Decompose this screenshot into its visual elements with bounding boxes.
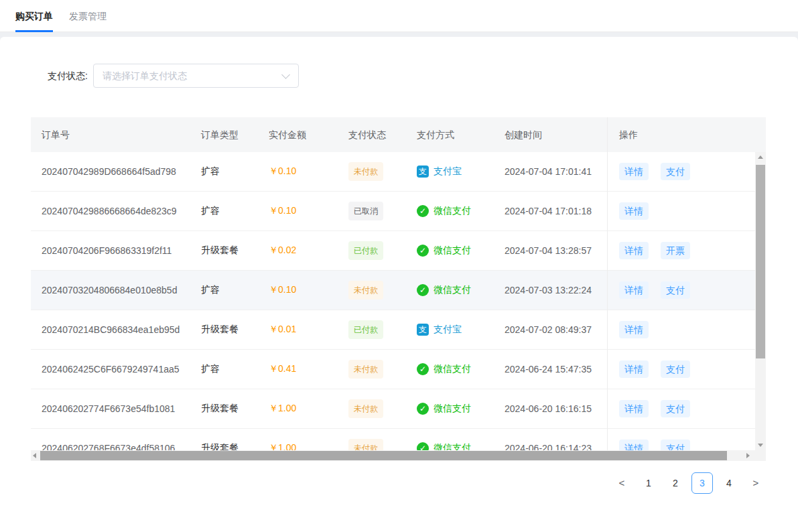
pagination-page-1[interactable]: 1 <box>638 472 659 494</box>
details-button[interactable]: 详情 <box>619 163 649 180</box>
pagination-next-icon[interactable]: > <box>745 472 767 494</box>
payment-method-cell: ✓微信支付 <box>406 442 494 450</box>
status-badge: 已付款 <box>348 241 383 260</box>
invoice-button[interactable]: 开票 <box>661 242 690 259</box>
pay-button[interactable]: 支付 <box>661 281 690 299</box>
payment-method: ✓微信支付 <box>417 442 494 450</box>
table-body: 202407042989D668664f5ad798扩容￥0.10未付款支支付宝… <box>31 152 755 450</box>
table-row: 20240703204806684e010e8b5d扩容￥0.10未付款✓微信支… <box>31 271 755 310</box>
vertical-scrollbar[interactable] <box>755 152 766 461</box>
tab-invoice-management[interactable]: 发票管理 <box>69 0 107 32</box>
pay-button[interactable]: 支付 <box>661 400 690 417</box>
table-row: 2024070429886668664de823c9扩容￥0.10已取消✓微信支… <box>31 192 755 231</box>
payment-method-cell: ✓微信支付 <box>406 403 494 415</box>
scroll-left-arrow-icon[interactable] <box>33 453 36 458</box>
amount-cell: ￥0.10 <box>258 284 338 296</box>
amount-cell: ￥0.10 <box>258 205 338 217</box>
amount-cell: ￥0.01 <box>258 324 338 336</box>
payment-method: ✓微信支付 <box>417 403 494 415</box>
status-cell: 未付款 <box>338 439 406 450</box>
order-type-cell: 扩容 <box>190 284 258 296</box>
created-time-cell: 2024-07-03 13:22:24 <box>494 285 607 295</box>
table-row: 202406202774F6673e54fb1081升级套餐￥1.00未付款✓微… <box>31 389 755 429</box>
status-badge: 已取消 <box>348 202 383 220</box>
details-button[interactable]: 详情 <box>619 440 649 450</box>
actions-cell: 详情开票 <box>607 242 755 259</box>
alipay-icon: 支 <box>417 165 429 178</box>
order-type-cell: 扩容 <box>190 165 258 178</box>
table-header: 订单号订单类型实付金额支付状态支付方式创建时间操作 <box>31 117 766 152</box>
payment-method-label: 微信支付 <box>434 205 471 217</box>
actions-cell: 详情支付 <box>607 281 755 299</box>
status-badge: 未付款 <box>348 439 383 450</box>
scroll-up-arrow-icon[interactable] <box>758 155 763 159</box>
created-time-cell: 2024-06-20 16:16:15 <box>494 403 607 414</box>
alipay-icon: 支 <box>417 324 429 336</box>
pay-button[interactable]: 支付 <box>661 440 690 450</box>
details-button[interactable]: 详情 <box>619 360 649 378</box>
pay-button[interactable]: 支付 <box>661 360 690 378</box>
pagination-prev-icon[interactable]: < <box>611 472 633 494</box>
wechat-icon: ✓ <box>417 284 429 296</box>
actions-cell: 详情支付 <box>607 360 755 378</box>
payment-method-cell: ✓微信支付 <box>406 284 494 296</box>
vertical-scrollbar-thumb[interactable] <box>756 165 765 358</box>
pagination-page-4[interactable]: 4 <box>718 472 740 494</box>
order-id-cell: 202406202768F6673e4df58106 <box>31 443 190 450</box>
details-button[interactable]: 详情 <box>619 242 649 259</box>
scroll-down-arrow-icon[interactable] <box>758 444 763 447</box>
status-badge: 未付款 <box>348 281 383 300</box>
amount-cell: ￥0.02 <box>258 245 338 257</box>
table-row: 2024062425C6F6679249741aa5扩容￥0.41未付款✓微信支… <box>31 350 755 389</box>
payment-status-select[interactable]: 请选择订单支付状态 <box>93 64 299 88</box>
payment-method-cell: 支支付宝 <box>406 324 494 336</box>
created-time-cell: 2024-07-04 17:01:41 <box>494 166 607 177</box>
tab-invoice-management-label: 发票管理 <box>69 11 107 21</box>
payment-method-label: 微信支付 <box>434 442 471 450</box>
created-time-cell: 2024-07-02 08:49:37 <box>494 324 607 335</box>
column-header: 订单号 <box>31 117 190 152</box>
payment-method-label: 微信支付 <box>434 284 471 296</box>
column-header: 实付金额 <box>258 117 338 152</box>
order-id-cell: 2024062425C6F6679249741aa5 <box>31 364 190 375</box>
scroll-right-arrow-icon[interactable] <box>746 453 750 458</box>
details-button[interactable]: 详情 <box>619 202 649 220</box>
horizontal-scrollbar-thumb[interactable] <box>40 451 727 460</box>
status-cell: 已付款 <box>338 241 406 260</box>
wechat-icon: ✓ <box>417 205 429 217</box>
order-type-cell: 扩容 <box>190 205 258 217</box>
tab-purchase-orders[interactable]: 购买订单 <box>15 0 53 32</box>
orders-table: 订单号订单类型实付金额支付状态支付方式创建时间操作 202407042989D6… <box>31 117 766 461</box>
order-type-cell: 升级套餐 <box>190 403 258 415</box>
details-button[interactable]: 详情 <box>619 281 649 299</box>
status-cell: 未付款 <box>338 360 406 379</box>
wechat-icon: ✓ <box>417 245 429 257</box>
details-button[interactable]: 详情 <box>619 321 649 338</box>
column-header: 订单类型 <box>190 117 258 152</box>
payment-method-cell: 支支付宝 <box>406 165 494 178</box>
column-header: 支付方式 <box>406 117 494 152</box>
pagination: <1234> <box>611 472 767 494</box>
status-cell: 未付款 <box>338 162 406 181</box>
amount-cell: ￥0.41 <box>258 363 338 375</box>
actions-cell: 详情 <box>607 202 755 220</box>
horizontal-scrollbar[interactable] <box>31 450 755 461</box>
pay-button[interactable]: 支付 <box>661 163 690 180</box>
amount-cell: ￥0.10 <box>258 165 338 178</box>
pagination-page-2[interactable]: 2 <box>665 472 686 494</box>
order-type-cell: 扩容 <box>190 363 258 375</box>
wechat-icon: ✓ <box>417 363 429 375</box>
status-cell: 已付款 <box>338 320 406 339</box>
tab-bar: 购买订单 发票管理 <box>0 0 798 32</box>
payment-method-label: 微信支付 <box>434 245 471 257</box>
details-button[interactable]: 详情 <box>619 400 649 417</box>
payment-method: ✓微信支付 <box>417 205 494 217</box>
status-badge: 未付款 <box>348 162 383 181</box>
table-row: 2024070214BC966834ea1eb95d升级套餐￥0.01已付款支支… <box>31 310 755 350</box>
created-time-cell: 2024-07-04 13:28:57 <box>494 245 607 256</box>
select-placeholder: 请选择订单支付状态 <box>103 64 187 87</box>
pagination-page-3[interactable]: 3 <box>691 472 713 494</box>
table-row: 20240704206F966863319f2f11升级套餐￥0.02已付款✓微… <box>31 231 755 271</box>
payment-method-cell: ✓微信支付 <box>406 205 494 217</box>
chevron-down-icon <box>281 70 290 79</box>
